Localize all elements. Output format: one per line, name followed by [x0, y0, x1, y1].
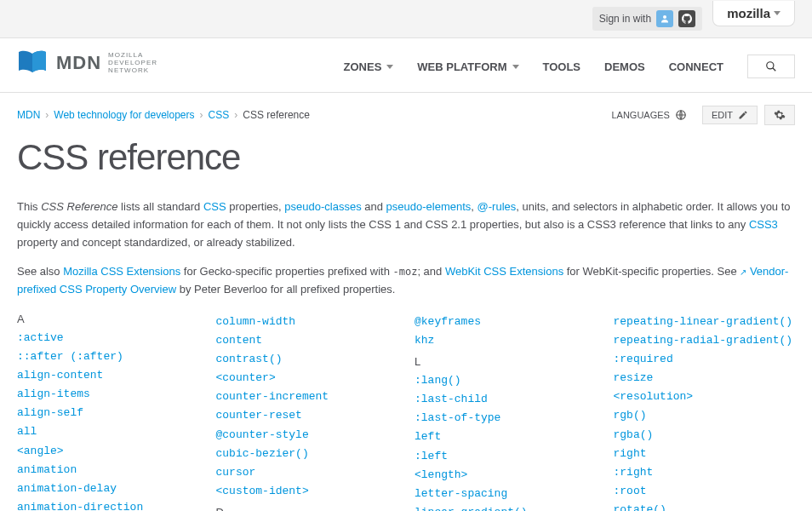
link-mozilla-css-ext[interactable]: Mozilla CSS Extensions: [63, 265, 180, 278]
breadcrumb: MDN› Web technology for developers› CSS›…: [17, 109, 310, 121]
index-letter: D: [216, 506, 398, 511]
index-link[interactable]: animation: [17, 461, 199, 479]
pencil-icon: [738, 110, 748, 120]
index-link[interactable]: contrast(): [216, 350, 398, 369]
index-link[interactable]: right: [614, 445, 796, 463]
index-link[interactable]: cubic-bezier(): [216, 445, 398, 463]
chevron-down-icon: [386, 65, 393, 69]
nav-tools[interactable]: TOOLS: [543, 60, 581, 73]
search-input[interactable]: [747, 55, 795, 78]
index-link[interactable]: counter-reset: [216, 406, 398, 425]
index-link[interactable]: letter-spacing: [415, 485, 597, 503]
index-link[interactable]: rotate(): [614, 501, 796, 511]
index-link[interactable]: counter-increment: [216, 388, 398, 406]
index-link[interactable]: column-width: [216, 313, 398, 331]
index-link[interactable]: animation-delay: [17, 479, 199, 498]
index-link[interactable]: resize: [614, 369, 796, 388]
edit-button[interactable]: EDIT: [702, 106, 758, 124]
nav-connect[interactable]: CONNECT: [669, 60, 723, 73]
link-css[interactable]: CSS: [203, 200, 226, 213]
index-link[interactable]: all: [17, 422, 199, 441]
main-nav: ZONES WEB PLATFORM TOOLS DEMOS CONNECT: [344, 55, 795, 78]
book-icon: [17, 49, 48, 78]
index-link[interactable]: :root: [614, 482, 796, 501]
sign-in[interactable]: Sign in with: [592, 7, 702, 31]
index-link[interactable]: <custom-ident>: [216, 482, 398, 501]
property-index: A:active::after (:after)align-contentali…: [17, 313, 795, 511]
index-link[interactable]: rgb(): [614, 406, 796, 425]
mozilla-tab[interactable]: mozilla: [712, 1, 795, 26]
index-link[interactable]: <resolution>: [614, 388, 796, 406]
index-link[interactable]: cursor: [216, 463, 398, 482]
intro: This CSS Reference lists all standard CS…: [17, 198, 795, 299]
index-link[interactable]: :active: [17, 329, 199, 347]
chevron-down-icon: [512, 65, 519, 69]
index-link[interactable]: :left: [415, 447, 597, 466]
link-at-rules[interactable]: @-rules: [477, 200, 517, 213]
breadcrumb-current: CSS reference: [243, 109, 310, 121]
index-link[interactable]: ::after (:after): [17, 347, 199, 366]
index-link[interactable]: :required: [614, 350, 796, 369]
breadcrumb-css[interactable]: CSS: [209, 109, 230, 121]
logo-text: MDN: [56, 52, 101, 74]
search-icon: [765, 60, 777, 72]
index-link[interactable]: linear-gradient(): [415, 503, 597, 511]
index-link[interactable]: repeating-radial-gradient(): [614, 331, 796, 350]
index-link[interactable]: align-content: [17, 366, 199, 385]
index-link[interactable]: left: [415, 428, 597, 446]
breadcrumb-webtech[interactable]: Web technology for developers: [54, 109, 194, 121]
nav-web-platform[interactable]: WEB PLATFORM: [417, 60, 518, 73]
external-link-icon: ↗: [740, 267, 746, 277]
nav-zones[interactable]: ZONES: [344, 60, 394, 73]
nav-demos[interactable]: DEMOS: [604, 60, 645, 73]
index-letter: A: [17, 313, 199, 325]
index-link[interactable]: align-items: [17, 385, 199, 404]
settings-button[interactable]: [764, 105, 795, 125]
link-webkit-css-ext[interactable]: WebKit CSS Extensions: [445, 265, 563, 278]
index-link[interactable]: @keyframes: [415, 313, 597, 331]
logo-subtitle: MOZILLA DEVELOPER NETWORK: [108, 52, 157, 74]
mdn-logo[interactable]: MDN MOZILLA DEVELOPER NETWORK: [17, 49, 157, 78]
index-link[interactable]: animation-direction: [17, 498, 199, 511]
index-link[interactable]: repeating-linear-gradient(): [614, 313, 796, 331]
index-letter: L: [415, 355, 597, 368]
persona-icon[interactable]: [656, 10, 673, 27]
index-link[interactable]: :lang(): [415, 371, 597, 390]
svg-line-2: [773, 68, 776, 72]
breadcrumb-mdn[interactable]: MDN: [17, 109, 40, 121]
page-title: CSS reference: [17, 137, 795, 178]
link-css3[interactable]: CSS3: [749, 218, 778, 231]
index-link[interactable]: align-self: [17, 404, 199, 422]
index-link[interactable]: <length>: [415, 466, 597, 485]
languages-button[interactable]: LANGUAGES: [603, 106, 695, 124]
svg-point-0: [663, 15, 666, 19]
gear-icon: [774, 109, 786, 121]
index-link[interactable]: rgba(): [614, 426, 796, 445]
link-pseudo-classes[interactable]: pseudo-classes: [284, 200, 361, 213]
index-link[interactable]: :right: [614, 463, 796, 482]
chevron-down-icon: [774, 11, 781, 15]
index-link[interactable]: content: [216, 331, 398, 350]
index-link[interactable]: :last-child: [415, 390, 597, 409]
globe-icon: [675, 109, 687, 121]
link-pseudo-elements[interactable]: pseudo-elements: [386, 200, 472, 213]
index-link[interactable]: @counter-style: [216, 426, 398, 445]
index-link[interactable]: <counter>: [216, 369, 398, 388]
svg-point-1: [767, 62, 774, 69]
index-link[interactable]: :last-of-type: [415, 409, 597, 428]
sign-in-label: Sign in with: [599, 13, 651, 25]
github-icon[interactable]: [678, 10, 695, 27]
index-link[interactable]: <angle>: [17, 442, 199, 461]
index-link[interactable]: khz: [415, 331, 597, 350]
